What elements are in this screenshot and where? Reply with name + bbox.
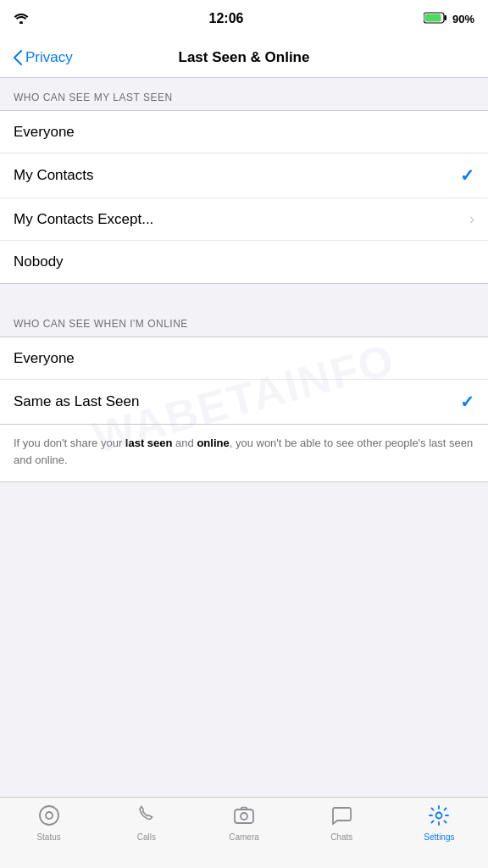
svg-point-0	[19, 21, 23, 24]
camera-icon	[233, 804, 255, 830]
info-text-bold1: last seen	[125, 437, 173, 449]
svg-point-7	[241, 813, 247, 820]
item-label: My Contacts Except...	[14, 211, 153, 228]
checkmark-icon: ✓	[460, 165, 474, 186]
tab-chats-label: Chats	[330, 832, 352, 842]
main-content: WHO CAN SEE MY LAST SEEN Everyone My Con…	[0, 78, 488, 554]
tab-settings[interactable]: Settings	[391, 804, 488, 842]
list-item-everyone-online[interactable]: Everyone	[0, 337, 488, 380]
tab-settings-label: Settings	[424, 832, 454, 842]
item-label: My Contacts	[14, 167, 93, 184]
tab-calls[interactable]: Calls	[97, 804, 195, 842]
item-label: Nobody	[14, 253, 64, 270]
tab-camera-label: Camera	[229, 832, 259, 842]
page-title: Last Seen & Online	[179, 49, 310, 66]
checkmark-icon: ✓	[460, 392, 474, 412]
section-header-online: WHO CAN SEE WHEN I'M ONLINE	[0, 304, 488, 337]
online-group: Everyone Same as Last Seen ✓	[0, 337, 488, 425]
chats-icon	[330, 804, 352, 830]
tab-bar: Status Calls Camera Chats	[0, 797, 488, 868]
list-item-same-as-last-seen[interactable]: Same as Last Seen ✓	[0, 380, 488, 424]
status-bar-time: 12:06	[209, 11, 244, 26]
svg-rect-6	[235, 810, 253, 823]
svg-point-8	[436, 813, 442, 819]
item-label: Everyone	[14, 350, 75, 367]
svg-rect-3	[424, 14, 441, 21]
info-text-bold2: online	[197, 437, 229, 449]
list-item-my-contacts-except[interactable]: My Contacts Except... ›	[0, 198, 488, 241]
tab-calls-label: Calls	[137, 832, 156, 842]
info-text-middle: and	[173, 437, 197, 449]
svg-rect-2	[444, 15, 446, 20]
item-label: Everyone	[14, 124, 75, 141]
status-bar-left	[14, 12, 29, 26]
back-button[interactable]: Privacy	[14, 49, 73, 66]
list-item-everyone-lastseen[interactable]: Everyone	[0, 111, 488, 153]
tab-chats[interactable]: Chats	[293, 804, 391, 842]
battery-percent: 90%	[452, 13, 474, 25]
back-label: Privacy	[25, 49, 73, 66]
svg-point-5	[46, 812, 53, 819]
nav-bar: Privacy Last Seen & Online	[0, 37, 488, 78]
list-item-nobody[interactable]: Nobody	[0, 241, 488, 283]
wifi-icon	[14, 12, 29, 26]
tab-camera[interactable]: Camera	[195, 804, 292, 842]
status-bar: 12:06 90%	[0, 0, 488, 37]
svg-point-4	[40, 806, 58, 825]
item-label: Same as Last Seen	[14, 393, 139, 410]
list-item-my-contacts[interactable]: My Contacts ✓	[0, 153, 488, 198]
tab-status[interactable]: Status	[0, 804, 97, 842]
chevron-icon: ›	[469, 210, 474, 228]
info-text: If you don't share your last seen and on…	[0, 425, 488, 482]
settings-icon	[428, 804, 450, 830]
last-seen-group: Everyone My Contacts ✓ My Contacts Excep…	[0, 110, 488, 284]
info-text-before: If you don't share your	[14, 437, 125, 449]
tab-status-label: Status	[36, 832, 60, 842]
status-icon	[38, 804, 60, 830]
battery-icon	[424, 12, 447, 26]
section-header-last-seen: WHO CAN SEE MY LAST SEEN	[0, 78, 488, 110]
calls-icon	[136, 804, 158, 830]
status-bar-right: 90%	[424, 12, 474, 26]
